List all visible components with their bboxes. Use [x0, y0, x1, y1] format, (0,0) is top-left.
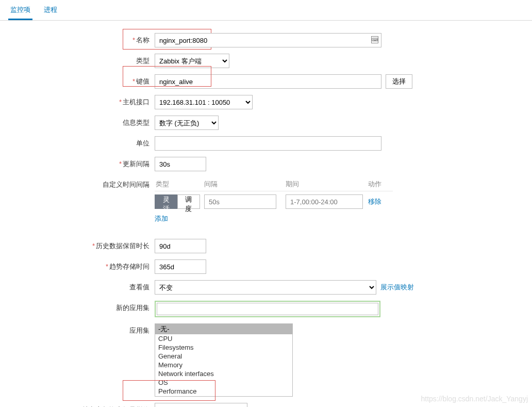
interval-input[interactable]	[204, 194, 276, 209]
toggle-flexible[interactable]: 灵活	[155, 194, 177, 209]
label-key: *键值	[0, 74, 155, 86]
list-item[interactable]: Memory	[155, 361, 292, 369]
toggle-schedule[interactable]: 调度	[177, 194, 201, 209]
list-item[interactable]: -无-	[155, 324, 292, 334]
hostif-select[interactable]: 192.168.31.101 : 10050	[155, 95, 253, 109]
form-body: *名称 ⌨ 类型 Zabbix 客户端 *键值 选择 *主机接口 192.168…	[0, 21, 532, 407]
name-input[interactable]	[155, 33, 381, 47]
updateint-input[interactable]	[155, 157, 206, 171]
newapp-input[interactable]	[157, 303, 378, 315]
list-item[interactable]: Performance	[155, 387, 292, 396]
type-select[interactable]: Zabbix 客户端	[155, 54, 229, 68]
tab-bar: 监控项 进程	[0, 0, 532, 21]
inventory-select[interactable]: -无-	[155, 403, 247, 407]
history-input[interactable]	[155, 239, 206, 253]
list-item[interactable]: OS	[155, 378, 292, 387]
label-updateint: *更新间隔	[0, 157, 155, 169]
label-apps: 应用集	[0, 323, 155, 335]
label-customint: 自定义时间间隔	[0, 177, 155, 189]
interval-toggle: 灵活 调度	[155, 194, 200, 209]
period-input[interactable]	[286, 194, 363, 209]
label-history: *历史数据保留时长	[0, 239, 155, 251]
remove-link[interactable]: 移除	[368, 198, 381, 205]
list-item[interactable]: Processes	[155, 396, 292, 397]
tab-item-process[interactable]: 进程	[42, 0, 59, 20]
label-type: 类型	[0, 54, 155, 66]
trends-input[interactable]	[155, 259, 206, 274]
apps-listbox[interactable]: -无-CPUFilesystemsGeneralMemoryNetwork in…	[155, 323, 293, 397]
customint-table: 类型 间隔 期间 动作 灵活 调度 移除	[155, 177, 393, 211]
key-input[interactable]	[155, 74, 381, 89]
infotype-select[interactable]: 数字 (无正负)	[155, 116, 219, 130]
label-trends: *趋势存储时间	[0, 259, 155, 271]
th-period: 期间	[286, 177, 368, 191]
add-interval-link[interactable]: 添加	[155, 214, 168, 223]
showvalue-select[interactable]: 不变	[155, 280, 376, 295]
label-showvalue: 查看值	[0, 280, 155, 292]
translate-icon[interactable]: ⌨	[371, 36, 378, 43]
label-unit: 单位	[0, 136, 155, 148]
key-select-button[interactable]: 选择	[386, 74, 412, 89]
table-row: 灵活 调度 移除	[155, 191, 393, 211]
label-hostif: *主机接口	[0, 95, 155, 107]
list-item[interactable]: Network interfaces	[155, 369, 292, 378]
label-inventory: 填入主机资产纪录栏位	[0, 403, 155, 407]
label-newapp: 新的应用集	[0, 301, 155, 313]
th-interval: 间隔	[204, 177, 286, 191]
list-item[interactable]: CPU	[155, 334, 292, 343]
watermark: https://blog.csdn.net/Jack_Yangyj	[421, 395, 528, 403]
th-action: 动作	[368, 177, 393, 191]
th-type: 类型	[155, 177, 204, 191]
unit-input[interactable]	[155, 136, 381, 151]
tab-item-monitor[interactable]: 监控项	[8, 0, 32, 20]
label-name: *名称	[0, 33, 155, 45]
label-infotype: 信息类型	[0, 116, 155, 127]
valuemap-link[interactable]: 展示值映射	[380, 283, 414, 292]
list-item[interactable]: Filesystems	[155, 343, 292, 352]
list-item[interactable]: General	[155, 352, 292, 361]
